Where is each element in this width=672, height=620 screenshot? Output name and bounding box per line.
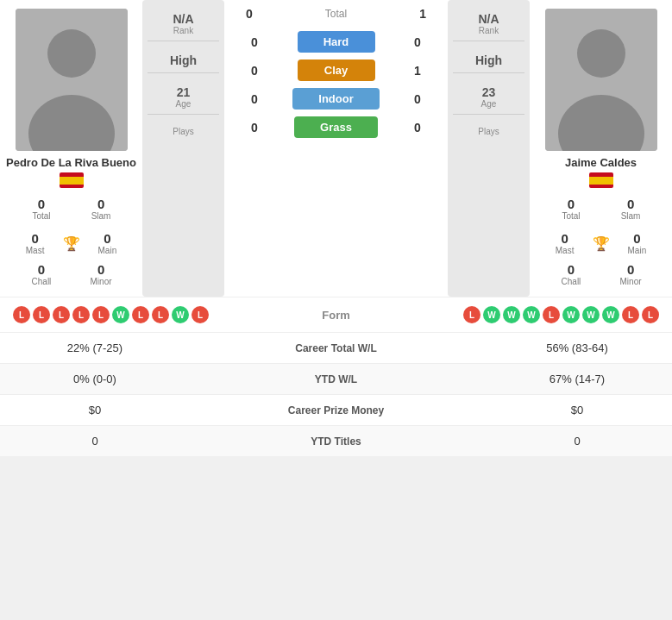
form-section: LLLLLWLLWL Form LWWWLWWWLL	[0, 297, 672, 332]
left-flag-spain	[60, 172, 84, 188]
indoor-left: 0	[246, 92, 263, 106]
left-rank-block: N/A Rank	[148, 7, 219, 41]
clay-left: 0	[246, 64, 263, 78]
left-total-stat: 0 Total	[13, 195, 69, 222]
stats-row-label: YTD Titles	[173, 435, 499, 448]
stats-row-right-value: 0	[499, 435, 655, 448]
left-minor-stat: 0 Minor	[73, 260, 129, 288]
svg-point-4	[577, 29, 625, 78]
form-badge: W	[582, 306, 600, 323]
total-row: 0 Total 1	[229, 0, 443, 28]
form-badge: W	[503, 306, 520, 323]
left-trophy-icon: 🏆	[63, 235, 80, 252]
stats-row-label: Career Prize Money	[173, 404, 499, 416]
left-trophy-row: 0 Mast 🏆 0 Main	[11, 229, 132, 257]
stats-row-right-value: $0	[499, 404, 655, 416]
form-badge: L	[72, 306, 90, 323]
form-badge: W	[112, 306, 129, 323]
grass-right: 0	[409, 121, 426, 135]
clay-right: 1	[409, 64, 426, 78]
left-age-block: 21 Age	[148, 80, 219, 115]
right-form-badges: LWWWLWWWLL	[463, 306, 659, 323]
left-plays-block: Plays	[148, 122, 219, 141]
left-info-panel: N/A Rank High 21 Age Plays	[142, 0, 224, 297]
form-badge: L	[132, 306, 149, 323]
stats-row-left-value: 22% (7-25)	[17, 341, 173, 354]
stats-row-right-value: 67% (14-7)	[499, 373, 655, 385]
right-main-stat: 0 Main	[613, 229, 662, 257]
form-badge: L	[622, 306, 639, 323]
right-info-panel: N/A Rank High 23 Age Plays	[448, 0, 530, 297]
right-player-stats: 0 Total 0 Slam 0 Mast 🏆 0 Main	[534, 195, 668, 288]
left-high-block: High	[148, 48, 219, 73]
form-badge: L	[13, 306, 30, 323]
right-player-card: Jaime Caldes 0 Total 0 Slam 0 Mast	[530, 0, 672, 297]
form-label: Form	[322, 309, 350, 322]
right-mast-stat: 0 Mast	[541, 229, 589, 257]
form-badge: W	[523, 306, 540, 323]
right-high-block: High	[453, 48, 524, 73]
stats-row-left-value: 0% (0-0)	[17, 373, 173, 385]
right-rank-block: N/A Rank	[453, 7, 524, 41]
hard-right: 0	[409, 35, 426, 49]
clay-row: 0 Clay 1	[229, 56, 443, 85]
stats-row: 0% (0-0)YTD W/L67% (14-7)	[0, 363, 672, 394]
grass-row: 0 Grass 0	[229, 113, 443, 141]
stats-row-left-value: 0	[17, 435, 173, 448]
right-player-avatar	[545, 9, 657, 151]
right-trophy-row: 0 Mast 🏆 0 Main	[541, 229, 662, 257]
players-top: Pedro De La Riva Bueno 0 Total 0 Slam 0 …	[0, 0, 672, 297]
left-chall-stat: 0 Chall	[13, 260, 69, 288]
hard-button[interactable]: Hard	[298, 31, 375, 53]
left-player-card: Pedro De La Riva Bueno 0 Total 0 Slam 0 …	[0, 0, 142, 297]
total-left: 0	[246, 7, 253, 21]
hard-row: 0 Hard 0	[229, 28, 443, 56]
right-flag-spain	[589, 172, 613, 188]
form-badge: L	[463, 306, 480, 323]
stats-row: $0Career Prize Money$0	[0, 394, 672, 425]
form-badge: L	[33, 306, 50, 323]
form-badge: L	[92, 306, 110, 323]
right-minor-stat: 0 Minor	[603, 260, 659, 288]
stats-row-left-value: $0	[17, 404, 173, 416]
indoor-button[interactable]: Indoor	[292, 88, 379, 110]
stats-row: 0YTD Titles0	[0, 425, 672, 456]
form-badge: L	[543, 306, 560, 323]
hard-left: 0	[246, 35, 263, 49]
grass-left: 0	[246, 121, 263, 135]
form-badge: L	[53, 306, 70, 323]
left-player-stats: 0 Total 0 Slam 0 Mast 🏆 0 Main	[4, 195, 138, 288]
clay-button[interactable]: Clay	[298, 59, 375, 81]
right-age-block: 23 Age	[453, 80, 524, 115]
right-flag	[589, 172, 613, 188]
right-player-name: Jaime Caldes	[565, 156, 637, 169]
left-slam-stat: 0 Slam	[73, 195, 129, 222]
bottom-stats: 22% (7-25)Career Total W/L56% (83-64)0% …	[0, 332, 672, 456]
right-plays-block: Plays	[453, 122, 524, 141]
indoor-right: 0	[409, 92, 426, 106]
left-main-stat: 0 Main	[84, 229, 132, 257]
right-chall-stat: 0 Chall	[543, 260, 599, 288]
form-badge: W	[172, 306, 189, 323]
total-label: Total	[325, 8, 347, 20]
stats-row-label: Career Total W/L	[173, 342, 499, 354]
indoor-row: 0 Indoor 0	[229, 85, 443, 113]
form-badge: W	[483, 306, 500, 323]
stats-row-right-value: 56% (83-64)	[499, 341, 655, 354]
left-flag	[60, 172, 84, 188]
right-slam-stat: 0 Slam	[603, 195, 659, 222]
grass-button[interactable]: Grass	[294, 116, 378, 138]
middle-wrapper: N/A Rank High 21 Age Plays 0 Total	[142, 0, 530, 297]
left-form-badges: LLLLLWLLWL	[13, 306, 209, 323]
form-badge: W	[562, 306, 580, 323]
right-total-stat: 0 Total	[543, 195, 599, 222]
form-badge: L	[192, 306, 209, 323]
svg-point-1	[47, 29, 96, 78]
main-container: Pedro De La Riva Bueno 0 Total 0 Slam 0 …	[0, 0, 672, 456]
center-courts: 0 Total 1 0 Hard 0 0 Clay 1 0 Indoor	[224, 0, 448, 297]
total-right: 1	[419, 7, 426, 21]
form-badge: L	[642, 306, 659, 323]
left-mast-stat: 0 Mast	[11, 229, 60, 257]
right-trophy-icon: 🏆	[593, 235, 610, 252]
form-badge: L	[152, 306, 169, 323]
